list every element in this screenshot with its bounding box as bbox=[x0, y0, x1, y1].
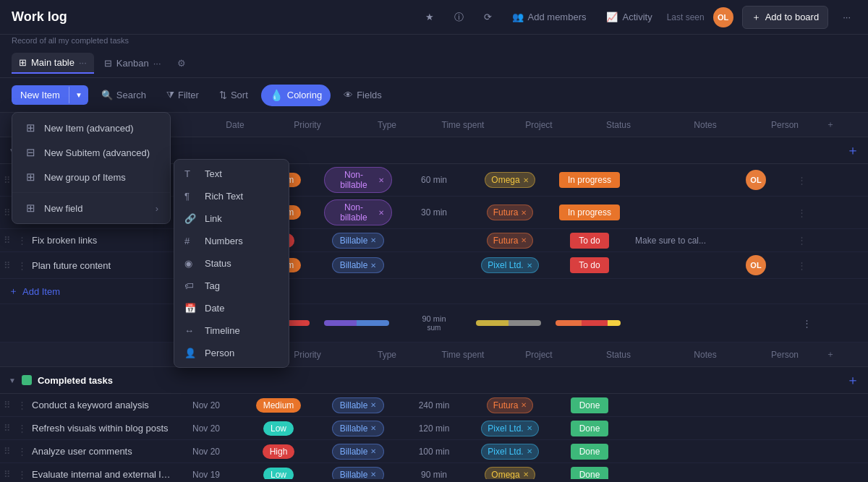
row-priority[interactable]: Low bbox=[239, 418, 318, 439]
settings-icon[interactable]: ⚙ bbox=[177, 58, 186, 69]
row-type[interactable]: Billable ✕ bbox=[318, 254, 398, 276]
group-add-completed[interactable]: ＋ bbox=[846, 371, 859, 389]
row-status[interactable]: In progress bbox=[550, 202, 629, 223]
tag-field-icon: 🏷 bbox=[184, 280, 197, 291]
new-item-label[interactable]: New Item bbox=[12, 85, 69, 105]
new-item-dropdown-arrow[interactable]: ▼ bbox=[69, 87, 88, 103]
row-type[interactable]: Billable ✕ bbox=[318, 441, 398, 462]
col-header-add[interactable]: ＋ bbox=[817, 113, 843, 137]
add-members-button[interactable]: 👥 Add members bbox=[506, 9, 592, 25]
field-type-link[interactable]: 🔗 Link bbox=[174, 207, 289, 230]
group-header-completed: ▼ Completed tasks ＋ bbox=[0, 367, 868, 394]
table-row: ⠿ ⋮ Plan future content Medium Billable … bbox=[0, 252, 868, 279]
header-actions: ★ ⓘ ⟳ 👥 Add members 📈 Activity Last seen… bbox=[420, 6, 856, 29]
row-project[interactable]: Futura ✕ bbox=[470, 230, 550, 251]
row-status[interactable]: To do bbox=[550, 230, 629, 251]
group-chevron-completed[interactable]: ▼ bbox=[9, 376, 16, 384]
tab-main-table[interactable]: ⊞ Main table ··· bbox=[12, 53, 94, 74]
field-type-numbers[interactable]: # Numbers bbox=[174, 230, 289, 252]
field-type-rich-text[interactable]: ¶ Rich Text bbox=[174, 185, 289, 207]
row-status[interactable]: To do bbox=[550, 254, 629, 276]
tab-main-dots[interactable]: ··· bbox=[79, 57, 87, 68]
tab-kanban[interactable]: ⊟ Kanban ··· bbox=[97, 53, 169, 73]
refresh-button[interactable]: ⟳ bbox=[478, 9, 498, 25]
row-dots-icon[interactable]: ⋮ bbox=[17, 400, 27, 410]
col-header-status-2: Status bbox=[579, 344, 658, 366]
row-project[interactable]: Pixel Ltd. ✕ bbox=[470, 418, 550, 439]
new-item-button[interactable]: New Item ▼ bbox=[12, 85, 88, 105]
row-name[interactable]: Fix broken links bbox=[29, 229, 174, 251]
link-field-icon: 🔗 bbox=[184, 213, 197, 224]
row-time: 240 min bbox=[398, 395, 470, 416]
row-type[interactable]: Billable ✕ bbox=[318, 464, 398, 480]
dropdown-item-new-field[interactable]: ⊞ New field › bbox=[12, 196, 170, 220]
row-name[interactable]: Plan future content bbox=[29, 254, 174, 277]
row-time: 120 min bbox=[398, 418, 470, 439]
row-type[interactable]: Billable ✕ bbox=[318, 230, 398, 251]
field-type-timeline[interactable]: ↔ Timeline bbox=[174, 319, 289, 342]
row-dots-icon[interactable]: ⋮ bbox=[17, 446, 27, 457]
add-item-button-group1[interactable]: ＋ Add Item bbox=[0, 279, 868, 304]
row-dots-icon[interactable]: ⋮ bbox=[17, 469, 27, 479]
row-dots-icon[interactable]: ⋮ bbox=[17, 423, 27, 434]
row-name[interactable]: Refresh visuals within blog posts bbox=[29, 417, 174, 439]
search-button[interactable]: 🔍 Search bbox=[94, 85, 153, 105]
field-type-date[interactable]: 📅 Date bbox=[174, 297, 289, 319]
dropdown-item-new-subitem-advanced[interactable]: ⊟ New Subitem (advanced) bbox=[12, 140, 170, 165]
activity-icon: 📈 bbox=[606, 12, 618, 22]
row-project[interactable]: Pixel Ltd. ✕ bbox=[470, 254, 550, 276]
summary-more-icon[interactable]: ⋮ bbox=[802, 318, 812, 329]
fields-icon: 👁 bbox=[344, 90, 353, 100]
row-priority[interactable]: High bbox=[239, 442, 318, 462]
more-options-button[interactable]: ··· bbox=[837, 9, 856, 25]
col-header-notes-2: Notes bbox=[658, 344, 752, 366]
row-name[interactable]: Evaluate internal and external links bbox=[29, 463, 174, 479]
row-name[interactable]: Conduct a keyword analysis bbox=[29, 394, 174, 416]
group-add-editor[interactable]: ＋ bbox=[846, 142, 859, 159]
add-to-board-button[interactable]: ＋ Add to board bbox=[742, 6, 828, 29]
row-project[interactable]: Pixel Ltd. ✕ bbox=[470, 441, 550, 462]
dropdown-item-new-group[interactable]: ⊞ New group of Items bbox=[12, 165, 170, 189]
star-button[interactable]: ★ bbox=[420, 9, 440, 25]
row-project[interactable]: Omega ✕ bbox=[470, 464, 550, 480]
row-priority[interactable]: Medium bbox=[239, 395, 318, 416]
row-status[interactable]: Done bbox=[550, 441, 629, 462]
row-name[interactable]: Analyze user comments bbox=[29, 440, 174, 462]
row-dots-icon[interactable]: ⋮ bbox=[17, 235, 27, 246]
activity-button[interactable]: 📈 Activity bbox=[600, 9, 658, 25]
field-type-tag[interactable]: 🏷 Tag bbox=[174, 275, 289, 297]
filter-button[interactable]: ⧩ Filter bbox=[159, 85, 206, 106]
row-status[interactable]: In progress bbox=[550, 169, 629, 191]
row-more[interactable]: ⋮ bbox=[788, 235, 814, 246]
fields-button[interactable]: 👁 Fields bbox=[336, 85, 389, 105]
row-more[interactable]: ⋮ bbox=[788, 207, 814, 218]
row-priority[interactable]: Low bbox=[239, 465, 318, 480]
field-type-person[interactable]: 👤 Person bbox=[174, 342, 289, 364]
row-dots-icon[interactable]: ⋮ bbox=[17, 260, 27, 271]
row-more[interactable]: ⋮ bbox=[788, 260, 814, 271]
dropdown-item-new-item-advanced[interactable]: ⊞ New Item (advanced) bbox=[12, 116, 170, 140]
field-type-status[interactable]: ◉ Status bbox=[174, 252, 289, 275]
field-type-text[interactable]: T Text bbox=[174, 163, 289, 185]
new-item-dropdown-menu: ⊞ New Item (advanced) ⊟ New Subitem (adv… bbox=[12, 112, 171, 224]
row-status[interactable]: Done bbox=[550, 418, 629, 439]
tabs-bar: ⊞ Main table ··· ⊟ Kanban ··· ⚙ bbox=[0, 49, 868, 78]
sort-button[interactable]: ⇅ Sort bbox=[212, 85, 255, 105]
row-type[interactable]: Non-billable ✕ bbox=[318, 164, 398, 196]
row-type[interactable]: Billable ✕ bbox=[318, 395, 398, 416]
col-header-add-2[interactable]: ＋ bbox=[817, 343, 843, 366]
row-status[interactable]: Done bbox=[550, 395, 629, 416]
row-type[interactable]: Billable ✕ bbox=[318, 418, 398, 439]
new-group-icon: ⊞ bbox=[24, 171, 37, 184]
info-button[interactable]: ⓘ bbox=[448, 8, 469, 27]
row-type[interactable]: Non-billable ✕ bbox=[318, 197, 398, 228]
tab-kanban-dots[interactable]: ··· bbox=[153, 58, 161, 69]
group-title-completed[interactable]: Completed tasks bbox=[38, 375, 113, 386]
row-status[interactable]: Done bbox=[550, 464, 629, 480]
row-notes: Make sure to cal... bbox=[629, 233, 723, 249]
row-more[interactable]: ⋮ bbox=[788, 175, 814, 186]
row-project[interactable]: Omega ✕ bbox=[470, 169, 550, 191]
row-project[interactable]: Futura ✕ bbox=[470, 395, 550, 416]
coloring-button[interactable]: 💧 Coloring bbox=[261, 85, 331, 106]
row-project[interactable]: Futura ✕ bbox=[470, 202, 550, 223]
